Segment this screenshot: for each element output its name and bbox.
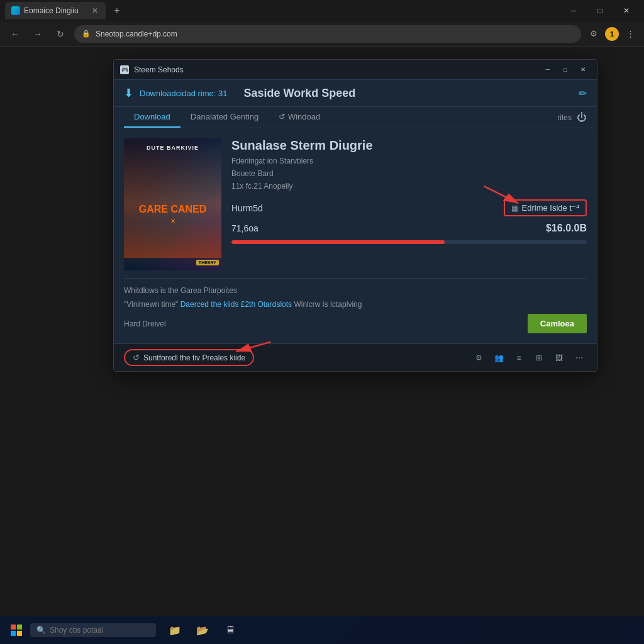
info-line2: "Vinimewn time" Daerced the kiids £2th O… (124, 300, 587, 309)
footer-item: ↺ Suntforedl the tiv Preales kiide (124, 349, 254, 366)
footer-icon-4[interactable]: ⊞ (531, 350, 547, 365)
dialog-header: ⬇ Downloadcidad rime: 31 Saside Workd Sp… (114, 80, 597, 107)
browser-window: Eomaice Dingiiu ✕ + ─ □ ✕ ← → ↻ 🔒 Sneoto… (0, 0, 644, 616)
browser-navbar: ← → ↻ 🔒 Sneotop.candle+dp.com ⚙ 1 ⋮ (0, 21, 644, 47)
desktop: 🔵 Reep.rog Eomaice Dingiiu ✕ + ─ □ ✕ ← →… (0, 0, 644, 644)
header-edit-icon[interactable]: ✏ (579, 87, 587, 99)
extensions-icon[interactable]: ⚙ (586, 26, 601, 42)
lock-icon: 🔒 (82, 30, 91, 38)
tab-favicon (11, 6, 20, 15)
svg-rect-3 (11, 625, 16, 630)
footer-icon-1[interactable]: ⚙ (471, 350, 486, 365)
window-controls: ─ □ ✕ (561, 2, 639, 19)
info-section: Whitdlows is the Garea Plarpoites "Vinim… (124, 278, 587, 333)
dialog-minimize-btn[interactable]: ─ (540, 64, 555, 76)
footer-icon-3[interactable]: ≡ (511, 350, 526, 365)
dialog-title: Steem Sehods (134, 65, 535, 74)
game-status-badge: ▦ Edrime Iside t⁻⁴ (504, 199, 587, 216)
cancel-button[interactable]: Camloea (528, 314, 587, 333)
taskbar-file-explorer-icon[interactable]: 📁 (164, 619, 186, 641)
info-line2-post: Winlcrw is Ictaplving (294, 300, 362, 309)
badge-icon: ▦ (511, 204, 518, 213)
game-meta1: Fderiingat ion Starvblers (231, 157, 587, 165)
game-item: DUTE BARKIVIE GARE CANED ✕ THESRY Sunala… (124, 138, 587, 270)
back-button[interactable]: ← (6, 25, 24, 43)
dialog-footer: ↺ Suntforedl the tiv Preales kiide ⚙ 👥 ≡… (114, 343, 597, 371)
game-info: Sunalase Sterm Diugrie Fderiingat ion St… (231, 138, 587, 244)
tabs-extra: rites ⏻ (557, 112, 587, 123)
browser-titlebar: Eomaice Dingiiu ✕ + ─ □ ✕ (0, 0, 644, 21)
browser-content: 🎮 Steem Sehods ─ □ ✕ ⬇ Downloadcidad rim… (0, 47, 644, 616)
browser-tab-active[interactable]: Eomaice Dingiiu ✕ (5, 2, 106, 19)
game-thumb-top-title: DUTE BARKIVIE (124, 145, 221, 151)
game-meta3: 11x fc.21 Anopelly (231, 182, 587, 191)
info-line2-pre: "Vinimewn time" (124, 300, 178, 309)
footer-icon-more[interactable]: ⋯ (572, 350, 587, 365)
taskbar-folder-icon[interactable]: 📂 (191, 619, 214, 641)
minimize-button[interactable]: ─ (561, 2, 586, 19)
game-thumb-inner: DUTE BARKIVIE GARE CANED ✕ THESRY (124, 138, 221, 270)
footer-item-label: Suntforedl the tiv Preales kiide (143, 353, 245, 362)
download-header-icon: ⬇ (124, 86, 133, 100)
footer-icons: ⚙ 👥 ≡ ⊞ 🖼 ⋯ (471, 350, 587, 365)
start-button[interactable] (5, 619, 28, 641)
game-thumbnail: DUTE BARKIVIE GARE CANED ✕ THESRY (124, 138, 221, 270)
taskbar-search[interactable]: 🔍 (30, 623, 156, 637)
game-size-label: 71,6oa (231, 223, 258, 233)
info-line1: Whitdlows is the Garea Plarpoites (124, 286, 587, 295)
progress-bar-fill (231, 240, 445, 244)
game-status-label: Hurm5d (231, 203, 263, 213)
power-icon[interactable]: ⏻ (577, 112, 587, 123)
new-tab-button[interactable]: + (108, 2, 126, 19)
header-title: Saside Workd Speed (243, 87, 355, 100)
taskbar-monitor-icon[interactable]: 🖥 (219, 619, 242, 641)
maximize-button[interactable]: □ (587, 2, 613, 19)
tab-downloads2[interactable]: Danalated Genting (180, 107, 269, 128)
tab-download[interactable]: Download (124, 107, 180, 128)
address-text: Sneotop.candle+dp.com (96, 30, 574, 38)
footer-icon-2[interactable]: 👥 (491, 350, 506, 365)
rites-link[interactable]: rites (557, 113, 572, 122)
footer-item-icon: ↺ (133, 353, 140, 362)
nav-extra-icons: ⚙ 1 ⋮ (586, 26, 638, 42)
address-bar[interactable]: 🔒 Sneotop.candle+dp.com (74, 25, 581, 43)
info-line2-link[interactable]: Daerced the kiids £2th Otardslots (180, 300, 292, 309)
dialog-maximize-btn[interactable]: □ (558, 64, 573, 76)
close-button[interactable]: ✕ (614, 2, 639, 19)
svg-rect-4 (17, 625, 22, 630)
game-size-row: 71,6oa $16.0.0B (231, 223, 587, 234)
game-price: $16.0.0B (546, 223, 587, 234)
badge-text: Edrime Iside t⁻⁴ (522, 203, 579, 213)
taskbar: 🔍 📁 📂 🖥 (0, 616, 644, 644)
drive-label: Hard Dreivel (124, 319, 166, 328)
steam-dialog: 🎮 Steem Sehods ─ □ ✕ ⬇ Downloadcidad rim… (113, 59, 597, 372)
tab-title: Eomaice Dingiiu (24, 6, 87, 15)
game-meta2: Bouete Bard (231, 169, 587, 178)
dialog-body: DUTE BARKIVIE GARE CANED ✕ THESRY Sunala… (114, 128, 597, 343)
header-left: ⬇ Downloadcidad rime: 31 Saside Workd Sp… (124, 86, 355, 100)
taskbar-icons: 📁 📂 🖥 (164, 619, 242, 641)
search-input[interactable] (50, 626, 150, 635)
header-download-info: Downloadcidad rime: 31 (140, 89, 227, 98)
footer-icon-5[interactable]: 🖼 (552, 350, 567, 365)
forward-button[interactable]: → (29, 25, 47, 43)
svg-rect-5 (11, 631, 16, 636)
svg-rect-6 (17, 631, 22, 636)
progress-bar (231, 240, 587, 244)
dialog-tabs: Download Danalated Genting ↺ Windoad rit… (114, 107, 597, 128)
menu-icon[interactable]: ⋮ (623, 26, 638, 42)
dialog-win-btns: ─ □ ✕ (540, 64, 591, 76)
game-status-row: Hurm5d ▦ Edrime Iside t⁻⁴ (231, 199, 587, 216)
profile-icon[interactable]: 1 (605, 27, 619, 41)
dialog-close-btn[interactable]: ✕ (575, 64, 591, 76)
game-thumb-badge: THESRY (196, 260, 219, 265)
game-thumb-main-title: GARE CANED (139, 203, 207, 215)
tab-windoad[interactable]: ↺ Windoad (269, 107, 330, 128)
game-title: Sunalase Sterm Diugrie (231, 138, 587, 153)
refresh-button[interactable]: ↻ (52, 25, 69, 43)
windows-logo-icon (10, 624, 23, 636)
windoad-refresh-icon: ↺ (279, 112, 286, 121)
steam-favicon: 🎮 (120, 65, 129, 74)
tab-close-btn[interactable]: ✕ (91, 6, 99, 15)
dialog-titlebar: 🎮 Steem Sehods ─ □ ✕ (114, 60, 597, 80)
